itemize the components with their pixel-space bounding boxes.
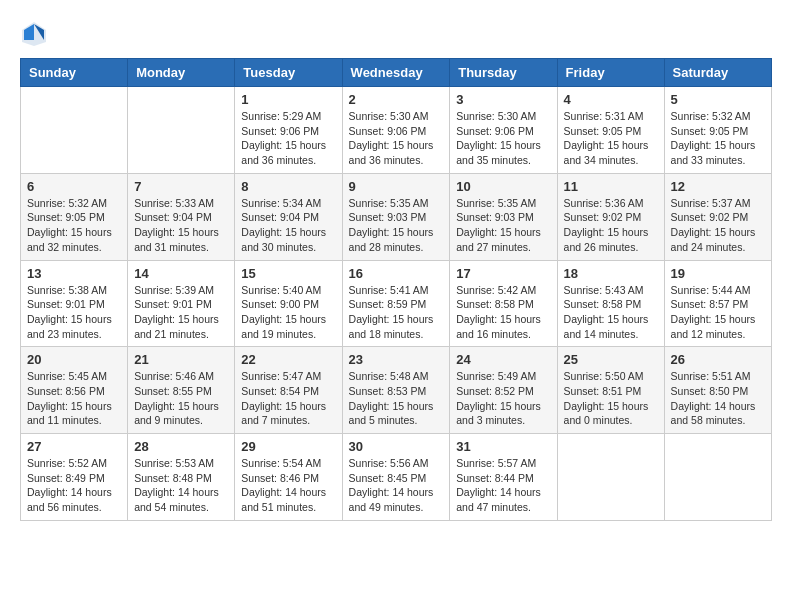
day-info: Sunrise: 5:45 AM Sunset: 8:56 PM Dayligh…	[27, 369, 121, 428]
calendar-cell	[557, 434, 664, 521]
day-info: Sunrise: 5:43 AM Sunset: 8:58 PM Dayligh…	[564, 283, 658, 342]
weekday-header-monday: Monday	[128, 59, 235, 87]
calendar-cell: 4Sunrise: 5:31 AM Sunset: 9:05 PM Daylig…	[557, 87, 664, 174]
calendar-cell: 11Sunrise: 5:36 AM Sunset: 9:02 PM Dayli…	[557, 173, 664, 260]
day-info: Sunrise: 5:56 AM Sunset: 8:45 PM Dayligh…	[349, 456, 444, 515]
day-number: 26	[671, 352, 765, 367]
weekday-header-sunday: Sunday	[21, 59, 128, 87]
calendar-cell: 10Sunrise: 5:35 AM Sunset: 9:03 PM Dayli…	[450, 173, 557, 260]
calendar-cell: 17Sunrise: 5:42 AM Sunset: 8:58 PM Dayli…	[450, 260, 557, 347]
day-info: Sunrise: 5:30 AM Sunset: 9:06 PM Dayligh…	[456, 109, 550, 168]
day-info: Sunrise: 5:48 AM Sunset: 8:53 PM Dayligh…	[349, 369, 444, 428]
calendar-cell: 23Sunrise: 5:48 AM Sunset: 8:53 PM Dayli…	[342, 347, 450, 434]
day-number: 22	[241, 352, 335, 367]
calendar-cell: 16Sunrise: 5:41 AM Sunset: 8:59 PM Dayli…	[342, 260, 450, 347]
day-number: 29	[241, 439, 335, 454]
day-number: 9	[349, 179, 444, 194]
day-number: 11	[564, 179, 658, 194]
calendar-cell: 18Sunrise: 5:43 AM Sunset: 8:58 PM Dayli…	[557, 260, 664, 347]
day-number: 2	[349, 92, 444, 107]
day-number: 20	[27, 352, 121, 367]
logo	[20, 20, 52, 48]
day-info: Sunrise: 5:51 AM Sunset: 8:50 PM Dayligh…	[671, 369, 765, 428]
day-number: 12	[671, 179, 765, 194]
calendar-week-row: 20Sunrise: 5:45 AM Sunset: 8:56 PM Dayli…	[21, 347, 772, 434]
calendar-cell: 28Sunrise: 5:53 AM Sunset: 8:48 PM Dayli…	[128, 434, 235, 521]
calendar-cell: 21Sunrise: 5:46 AM Sunset: 8:55 PM Dayli…	[128, 347, 235, 434]
calendar-cell: 3Sunrise: 5:30 AM Sunset: 9:06 PM Daylig…	[450, 87, 557, 174]
day-number: 31	[456, 439, 550, 454]
day-info: Sunrise: 5:39 AM Sunset: 9:01 PM Dayligh…	[134, 283, 228, 342]
day-number: 13	[27, 266, 121, 281]
day-number: 5	[671, 92, 765, 107]
day-number: 30	[349, 439, 444, 454]
calendar-week-row: 1Sunrise: 5:29 AM Sunset: 9:06 PM Daylig…	[21, 87, 772, 174]
day-info: Sunrise: 5:35 AM Sunset: 9:03 PM Dayligh…	[349, 196, 444, 255]
calendar-cell: 22Sunrise: 5:47 AM Sunset: 8:54 PM Dayli…	[235, 347, 342, 434]
day-info: Sunrise: 5:34 AM Sunset: 9:04 PM Dayligh…	[241, 196, 335, 255]
day-info: Sunrise: 5:31 AM Sunset: 9:05 PM Dayligh…	[564, 109, 658, 168]
day-info: Sunrise: 5:32 AM Sunset: 9:05 PM Dayligh…	[671, 109, 765, 168]
calendar-table: SundayMondayTuesdayWednesdayThursdayFrid…	[20, 58, 772, 521]
weekday-header-tuesday: Tuesday	[235, 59, 342, 87]
calendar-week-row: 6Sunrise: 5:32 AM Sunset: 9:05 PM Daylig…	[21, 173, 772, 260]
calendar-cell	[128, 87, 235, 174]
day-number: 15	[241, 266, 335, 281]
day-info: Sunrise: 5:54 AM Sunset: 8:46 PM Dayligh…	[241, 456, 335, 515]
day-number: 8	[241, 179, 335, 194]
calendar-cell: 8Sunrise: 5:34 AM Sunset: 9:04 PM Daylig…	[235, 173, 342, 260]
day-info: Sunrise: 5:49 AM Sunset: 8:52 PM Dayligh…	[456, 369, 550, 428]
calendar-cell: 29Sunrise: 5:54 AM Sunset: 8:46 PM Dayli…	[235, 434, 342, 521]
day-number: 14	[134, 266, 228, 281]
calendar-cell: 2Sunrise: 5:30 AM Sunset: 9:06 PM Daylig…	[342, 87, 450, 174]
logo-icon	[20, 20, 48, 48]
day-number: 16	[349, 266, 444, 281]
calendar-header-row: SundayMondayTuesdayWednesdayThursdayFrid…	[21, 59, 772, 87]
day-info: Sunrise: 5:50 AM Sunset: 8:51 PM Dayligh…	[564, 369, 658, 428]
weekday-header-saturday: Saturday	[664, 59, 771, 87]
weekday-header-friday: Friday	[557, 59, 664, 87]
calendar-cell	[21, 87, 128, 174]
calendar-cell: 14Sunrise: 5:39 AM Sunset: 9:01 PM Dayli…	[128, 260, 235, 347]
day-info: Sunrise: 5:41 AM Sunset: 8:59 PM Dayligh…	[349, 283, 444, 342]
calendar-cell: 25Sunrise: 5:50 AM Sunset: 8:51 PM Dayli…	[557, 347, 664, 434]
day-number: 3	[456, 92, 550, 107]
calendar-week-row: 13Sunrise: 5:38 AM Sunset: 9:01 PM Dayli…	[21, 260, 772, 347]
day-info: Sunrise: 5:44 AM Sunset: 8:57 PM Dayligh…	[671, 283, 765, 342]
calendar-cell: 27Sunrise: 5:52 AM Sunset: 8:49 PM Dayli…	[21, 434, 128, 521]
day-number: 18	[564, 266, 658, 281]
calendar-cell: 31Sunrise: 5:57 AM Sunset: 8:44 PM Dayli…	[450, 434, 557, 521]
day-info: Sunrise: 5:32 AM Sunset: 9:05 PM Dayligh…	[27, 196, 121, 255]
calendar-cell: 24Sunrise: 5:49 AM Sunset: 8:52 PM Dayli…	[450, 347, 557, 434]
day-info: Sunrise: 5:57 AM Sunset: 8:44 PM Dayligh…	[456, 456, 550, 515]
day-number: 4	[564, 92, 658, 107]
day-info: Sunrise: 5:30 AM Sunset: 9:06 PM Dayligh…	[349, 109, 444, 168]
calendar-cell: 7Sunrise: 5:33 AM Sunset: 9:04 PM Daylig…	[128, 173, 235, 260]
day-number: 7	[134, 179, 228, 194]
day-info: Sunrise: 5:37 AM Sunset: 9:02 PM Dayligh…	[671, 196, 765, 255]
day-number: 24	[456, 352, 550, 367]
day-number: 21	[134, 352, 228, 367]
day-number: 19	[671, 266, 765, 281]
day-info: Sunrise: 5:29 AM Sunset: 9:06 PM Dayligh…	[241, 109, 335, 168]
day-info: Sunrise: 5:35 AM Sunset: 9:03 PM Dayligh…	[456, 196, 550, 255]
calendar-cell: 6Sunrise: 5:32 AM Sunset: 9:05 PM Daylig…	[21, 173, 128, 260]
day-info: Sunrise: 5:33 AM Sunset: 9:04 PM Dayligh…	[134, 196, 228, 255]
day-info: Sunrise: 5:42 AM Sunset: 8:58 PM Dayligh…	[456, 283, 550, 342]
calendar-cell: 20Sunrise: 5:45 AM Sunset: 8:56 PM Dayli…	[21, 347, 128, 434]
day-number: 27	[27, 439, 121, 454]
calendar-cell: 19Sunrise: 5:44 AM Sunset: 8:57 PM Dayli…	[664, 260, 771, 347]
day-number: 17	[456, 266, 550, 281]
day-number: 1	[241, 92, 335, 107]
calendar-week-row: 27Sunrise: 5:52 AM Sunset: 8:49 PM Dayli…	[21, 434, 772, 521]
day-number: 25	[564, 352, 658, 367]
day-number: 28	[134, 439, 228, 454]
day-number: 23	[349, 352, 444, 367]
weekday-header-thursday: Thursday	[450, 59, 557, 87]
day-info: Sunrise: 5:38 AM Sunset: 9:01 PM Dayligh…	[27, 283, 121, 342]
page-header	[20, 20, 772, 48]
calendar-cell: 12Sunrise: 5:37 AM Sunset: 9:02 PM Dayli…	[664, 173, 771, 260]
day-number: 10	[456, 179, 550, 194]
day-info: Sunrise: 5:52 AM Sunset: 8:49 PM Dayligh…	[27, 456, 121, 515]
calendar-cell	[664, 434, 771, 521]
